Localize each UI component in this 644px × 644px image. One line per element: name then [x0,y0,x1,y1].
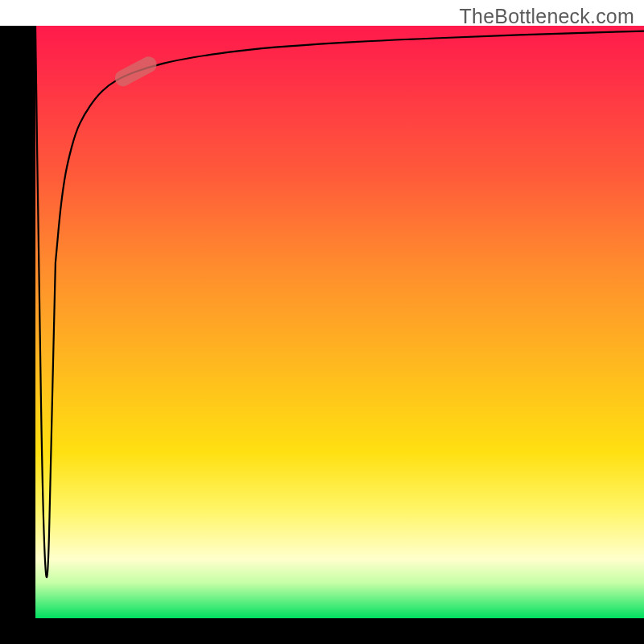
curve-layer [35,26,644,618]
marker-pill [112,54,159,89]
x-axis-bar [0,618,644,644]
chart-stage: TheBottleneck.com [0,0,644,644]
plot-area [35,26,644,618]
bottleneck-curve [35,26,644,577]
watermark-text: TheBottleneck.com [460,5,634,28]
y-axis-bar [0,26,35,618]
svg-rect-0 [112,54,159,89]
